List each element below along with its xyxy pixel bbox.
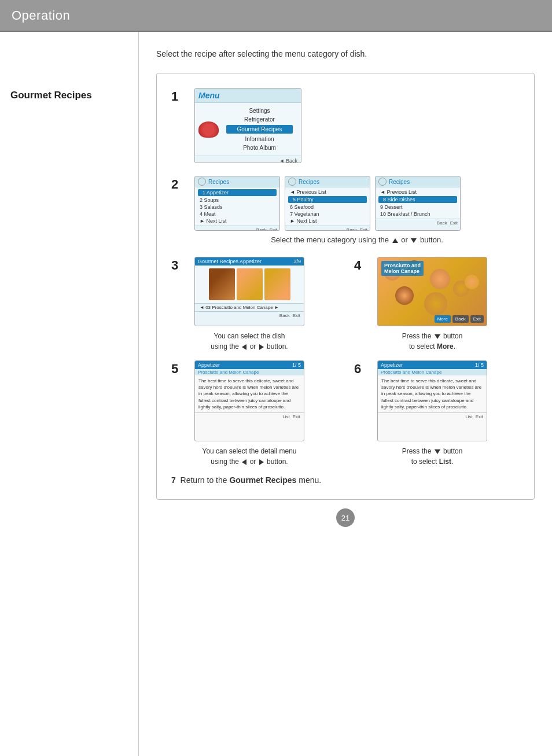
screen6-title: Appetizer bbox=[381, 362, 403, 368]
food-thumb-3 bbox=[264, 268, 290, 300]
screen3-exit: Exit bbox=[293, 313, 300, 318]
food-thumb-1 bbox=[209, 268, 235, 300]
step-5-col: 5 Appetizer 1/ 5 Prosciutto and Melon Ca… bbox=[171, 360, 337, 467]
item-dessert: 9 Dessert bbox=[376, 204, 460, 211]
screen2a-title: Recipes bbox=[208, 179, 229, 185]
screen5-counter: 1/ 5 bbox=[292, 362, 301, 368]
search-icon bbox=[198, 178, 206, 186]
more-button: More bbox=[435, 315, 451, 323]
exit-btn-5: Exit bbox=[293, 414, 300, 419]
step-2-screen-b: Recipes ◄ Previous List 5 Poultry 6 Seaf… bbox=[285, 176, 370, 231]
list-btn-5: List bbox=[282, 414, 289, 419]
item-prev-list-b: ◄ Previous List bbox=[285, 189, 370, 196]
step-6-col: 6 Appetizer 1/ 5 Prosciutto and Melon Ca… bbox=[354, 360, 520, 467]
sidebar: Gourmet Recipes bbox=[0, 32, 139, 756]
step-2-caption: Select the menu category using the or bu… bbox=[194, 235, 520, 244]
screen2c-footer: Back Exit bbox=[376, 219, 460, 227]
screen4-bg: Prosciutto andMelon Canape More Back Exi… bbox=[378, 257, 487, 326]
step-1-content: Menu Settings Refrigerator Gourmet Recip… bbox=[194, 88, 520, 163]
menu-item-information: Information bbox=[222, 135, 297, 143]
step-4-screen: Prosciutto andMelon Canape More Back Exi… bbox=[377, 257, 487, 326]
exit-btn-6: Exit bbox=[476, 414, 483, 419]
step-1-row: 1 Menu Settings Refrigerator bbox=[171, 88, 520, 163]
item-appetizer: 1 Appetizer bbox=[198, 189, 277, 196]
screen3-nav: ◄ 03 Prosciutto and Melon Canape ► bbox=[195, 303, 304, 311]
step-4-number: 4 bbox=[354, 258, 371, 273]
screen3-back: Back bbox=[279, 313, 290, 318]
item-soups: 2 Soups bbox=[195, 197, 279, 204]
step-1-screen: Menu Settings Refrigerator Gourmet Recip… bbox=[194, 88, 301, 163]
menu-item-settings: Settings bbox=[222, 106, 297, 115]
step-2-screens: Recipes 1 Appetizer 2 Soups 3 Salasds 4 … bbox=[194, 176, 520, 231]
back-button-4: Back bbox=[452, 315, 469, 323]
item-side-dishes: 8 Side Dishes bbox=[378, 196, 457, 203]
page-header: Operation bbox=[0, 0, 552, 32]
step-7-text: 7 Return to the Gourmet Recipes menu. bbox=[171, 475, 321, 485]
step-5-number: 5 bbox=[171, 362, 189, 377]
sidebar-title: Gourmet Recipes bbox=[10, 90, 92, 101]
screen3-footer: Back Exit bbox=[195, 311, 304, 319]
list-btn-6: List bbox=[465, 414, 472, 419]
screen6-counter: 1/ 5 bbox=[475, 362, 484, 368]
page-number: 21 bbox=[336, 508, 355, 527]
search-icon-c bbox=[378, 178, 387, 186]
main-content: Select the recipe after selecting the me… bbox=[139, 32, 552, 756]
menu-item-refrigerator: Refrigerator bbox=[222, 115, 297, 124]
step-4-content: Prosciutto andMelon Canape More Back Exi… bbox=[377, 257, 487, 352]
food-circle-7 bbox=[465, 275, 479, 289]
step-2-screen-c: Recipes ◄ Previous List 8 Side Dishes 9 … bbox=[375, 176, 461, 231]
food-thumb-2 bbox=[237, 268, 263, 300]
screen5-title: Appetizer bbox=[198, 362, 220, 368]
step-3-screen: Gourmet Recipes Appetizer 3/9 ◄ 03 Pros bbox=[194, 257, 304, 326]
step-6-inner: 6 Appetizer 1/ 5 Prosciutto and Melon Ca… bbox=[354, 360, 520, 467]
item-next-list-a: ► Next List bbox=[195, 217, 279, 224]
screen6-footer: List Exit bbox=[378, 412, 487, 421]
step-3-inner: 3 Gourmet Recipes Appetizer 3/9 bbox=[171, 257, 337, 352]
step-2-row: 2 Recipes 1 Appetizer 2 Soups bbox=[171, 176, 520, 244]
screen6-header: Appetizer 1/ 5 bbox=[378, 361, 487, 369]
item-poultry: 5 Poultry bbox=[288, 196, 367, 203]
exit-btn-a: Exit bbox=[270, 227, 277, 231]
step-2-number: 2 bbox=[171, 177, 189, 192]
screen3-counter: 3/9 bbox=[293, 259, 301, 264]
main-layout: Gourmet Recipes Select the recipe after … bbox=[0, 32, 552, 756]
item-meat: 4 Meat bbox=[195, 211, 279, 217]
screen2c-body: ◄ Previous List 8 Side Dishes 9 Dessert … bbox=[376, 187, 460, 219]
step-6-content: Appetizer 1/ 5 Prosciutto and Melon Cana… bbox=[377, 360, 487, 467]
steps-3-4-row: 3 Gourmet Recipes Appetizer 3/9 bbox=[171, 257, 520, 352]
food-circle-6 bbox=[424, 292, 447, 315]
back-btn-b: Back bbox=[347, 227, 357, 231]
item-salasds: 3 Salasds bbox=[195, 204, 279, 211]
screen2b-header: Recipes bbox=[285, 176, 370, 187]
step-2-screen-a: Recipes 1 Appetizer 2 Soups 3 Salasds 4 … bbox=[194, 176, 280, 231]
search-icon-b bbox=[288, 178, 296, 186]
screen5-header: Appetizer 1/ 5 bbox=[195, 361, 304, 369]
screen4-buttons: More Back Exit bbox=[435, 315, 484, 323]
screen2a-header: Recipes bbox=[195, 176, 279, 187]
screen2c-header: Recipes bbox=[376, 176, 460, 187]
item-next-list-b: ► Next List bbox=[285, 217, 370, 224]
back-btn-c: Back bbox=[437, 220, 447, 226]
screen6-subtitle: Prosciutto and Melon Canape bbox=[378, 369, 487, 375]
screen2a-body: 1 Appetizer 2 Soups 3 Salasds 4 Meat ► N… bbox=[195, 187, 279, 226]
screen5-footer: List Exit bbox=[195, 412, 304, 421]
intro-text: Select the recipe after selecting the me… bbox=[156, 49, 535, 58]
step-6-caption: Press the button to select List. bbox=[377, 446, 487, 467]
step-3-content: Gourmet Recipes Appetizer 3/9 ◄ 03 Pros bbox=[194, 257, 304, 352]
exit-button-4: Exit bbox=[470, 315, 484, 323]
item-vegetarian: 7 Vegetarian bbox=[285, 211, 370, 217]
screen1-footer: ◄ Back bbox=[195, 156, 301, 163]
screen2b-footer: Back Exit bbox=[285, 226, 370, 231]
screen4-title: Prosciutto andMelon Canape bbox=[381, 261, 424, 276]
screen3-title: Gourmet Recipes Appetizer bbox=[198, 259, 262, 264]
step-5-caption: You can select the detail menu using the… bbox=[194, 446, 304, 467]
step-5-inner: 5 Appetizer 1/ 5 Prosciutto and Melon Ca… bbox=[171, 360, 337, 467]
step-6-number: 6 bbox=[354, 362, 371, 377]
screen3-photos bbox=[195, 265, 304, 303]
food-circle-3 bbox=[430, 269, 450, 289]
screen2b-title: Recipes bbox=[299, 179, 319, 185]
step-2-content: Recipes 1 Appetizer 2 Soups 3 Salasds 4 … bbox=[194, 176, 520, 244]
steps-5-6-row: 5 Appetizer 1/ 5 Prosciutto and Melon Ca… bbox=[171, 360, 520, 467]
screen5-body: The best time to serve this delicate, sw… bbox=[195, 375, 304, 412]
screen5-subtitle: Prosciutto and Melon Canape bbox=[195, 369, 304, 375]
